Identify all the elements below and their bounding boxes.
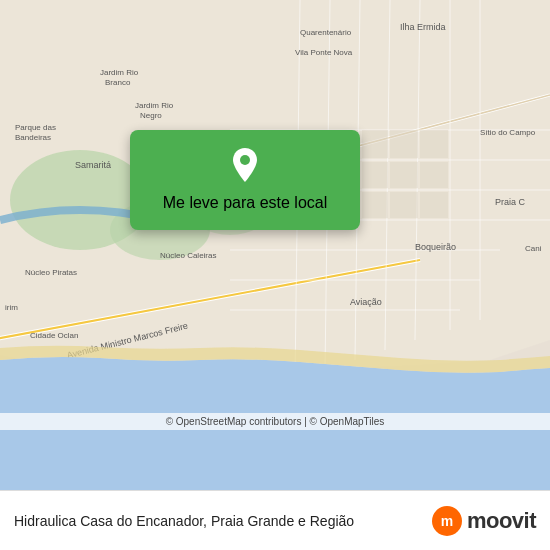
svg-rect-38: [362, 192, 388, 218]
svg-text:Aviação: Aviação: [350, 297, 382, 307]
map-container[interactable]: Avenida Ministro Marcos Freire Ministro …: [0, 0, 550, 490]
bottom-bar: Hidraulica Casa do Encanador, Praia Gran…: [0, 490, 550, 550]
svg-text:Núcleo Piratas: Núcleo Piratas: [25, 268, 77, 277]
svg-text:Negro: Negro: [140, 111, 162, 120]
svg-text:Cani: Cani: [525, 244, 542, 253]
svg-rect-35: [420, 162, 448, 188]
location-label: Hidraulica Casa do Encanador, Praia Gran…: [14, 513, 431, 529]
svg-text:Sítio do Campo: Sítio do Campo: [480, 128, 536, 137]
moovit-logo: m moovit: [431, 505, 536, 537]
svg-rect-40: [420, 192, 448, 218]
popup-text: Me leve para este local: [163, 194, 328, 212]
svg-text:Núcleo Caleiras: Núcleo Caleiras: [160, 251, 216, 260]
svg-rect-30: [362, 130, 388, 158]
svg-text:Ilha Ermida: Ilha Ermida: [400, 22, 446, 32]
popup-card[interactable]: Me leve para este local: [130, 130, 360, 230]
svg-text:Jardim Rio: Jardim Rio: [100, 68, 139, 77]
svg-text:Boqueirão: Boqueirão: [415, 242, 456, 252]
svg-text:Praia C: Praia C: [495, 197, 526, 207]
svg-text:Vila Ponte Nova: Vila Ponte Nova: [295, 48, 353, 57]
moovit-icon: m: [431, 505, 463, 537]
svg-text:m: m: [441, 513, 453, 529]
svg-text:Parque das: Parque das: [15, 123, 56, 132]
svg-rect-32: [390, 130, 418, 158]
svg-text:Bandeiras: Bandeiras: [15, 133, 51, 142]
svg-text:Cidade Oclan: Cidade Oclan: [30, 331, 78, 340]
map-attribution: © OpenStreetMap contributors | © OpenMap…: [0, 413, 550, 430]
location-pin-icon: [225, 146, 265, 186]
svg-rect-34: [420, 130, 448, 158]
svg-text:Branco: Branco: [105, 78, 131, 87]
svg-rect-39: [390, 192, 418, 218]
svg-rect-33: [390, 162, 418, 188]
svg-rect-31: [362, 162, 388, 188]
svg-text:Jardim Rio: Jardim Rio: [135, 101, 174, 110]
svg-text:Quarentenário: Quarentenário: [300, 28, 352, 37]
svg-point-61: [240, 155, 250, 165]
moovit-wordmark: moovit: [467, 508, 536, 534]
svg-text:irim: irim: [5, 303, 18, 312]
svg-text:Samaritá: Samaritá: [75, 160, 111, 170]
